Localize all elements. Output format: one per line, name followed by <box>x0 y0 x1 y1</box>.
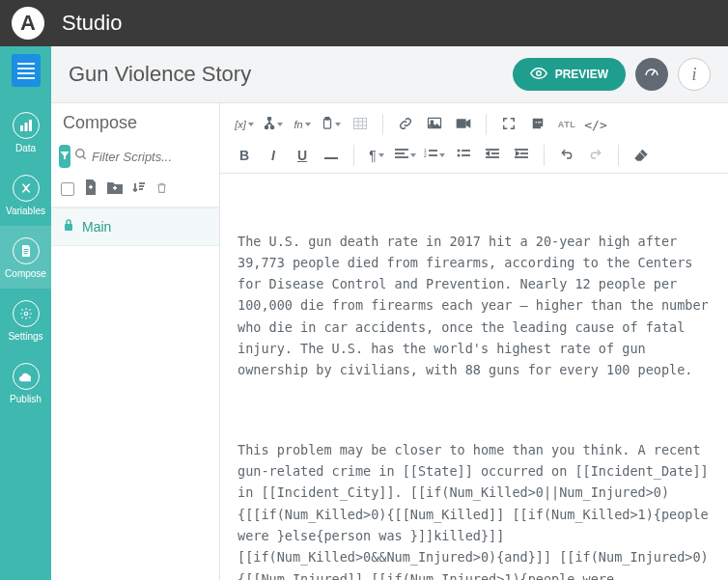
svg-text:2: 2 <box>424 152 427 158</box>
page-title: Gun Violence Story <box>69 62 251 87</box>
svg-rect-32 <box>457 119 466 127</box>
outdent-button[interactable] <box>478 142 507 169</box>
hr-button[interactable] <box>317 142 346 169</box>
select-all-checkbox[interactable] <box>61 182 74 196</box>
editor-body[interactable]: The U.S. gun death rate in 2017 hit a 20… <box>220 174 728 580</box>
svg-point-9 <box>76 150 84 157</box>
script-item-main[interactable]: Main <box>51 207 219 246</box>
align-button[interactable] <box>391 142 420 169</box>
script-name: Main <box>82 219 111 235</box>
editor-paragraph: This problem may be closer to home than … <box>238 439 711 580</box>
insert-function-button[interactable]: fn <box>288 111 317 138</box>
info-button[interactable]: i <box>678 58 711 91</box>
folder-plus-icon <box>107 180 123 198</box>
svg-rect-12 <box>90 185 92 189</box>
code-button[interactable]: </> <box>581 111 610 138</box>
cloud-icon <box>13 363 40 390</box>
redo-icon <box>588 148 603 164</box>
preview-label: PREVIEW <box>555 68 608 81</box>
svg-point-45 <box>458 154 461 157</box>
insert-clipboard-button[interactable] <box>317 111 346 138</box>
app-logo: A <box>12 7 44 40</box>
undo-icon <box>559 148 574 164</box>
sheet-icon <box>12 54 41 87</box>
video-button[interactable] <box>449 111 478 138</box>
insert-branch-button[interactable] <box>259 111 288 138</box>
redo-button[interactable] <box>581 142 610 169</box>
sort-button[interactable] <box>132 180 146 198</box>
sidebar-item-label: Settings <box>8 331 42 342</box>
funnel-icon <box>59 148 70 165</box>
fullscreen-button[interactable] <box>494 111 523 138</box>
trash-icon <box>155 180 168 199</box>
video-icon <box>456 117 471 132</box>
link-button[interactable] <box>391 111 420 138</box>
preview-button[interactable]: PREVIEW <box>513 58 626 91</box>
svg-rect-24 <box>325 117 329 120</box>
editor-paragraph: The U.S. gun death rate in 2017 hit a 20… <box>238 231 711 381</box>
svg-rect-19 <box>65 224 72 231</box>
eye-icon <box>530 68 547 82</box>
insert-variable-button[interactable]: [x] <box>230 111 259 138</box>
svg-rect-1 <box>24 123 27 131</box>
page-header: Gun Violence Story PREVIEW i <box>51 46 728 103</box>
table-icon <box>353 117 367 132</box>
paragraph-button[interactable]: ¶ <box>362 142 391 169</box>
svg-rect-4 <box>23 251 28 252</box>
info-icon: i <box>691 65 696 85</box>
insert-table-button[interactable] <box>346 111 375 138</box>
sidebar-item-label: Compose <box>5 268 46 279</box>
sidebar-item-variables[interactable]: Variables <box>0 163 51 226</box>
add-folder-button[interactable] <box>107 180 123 198</box>
gauge-button[interactable] <box>635 58 668 91</box>
svg-rect-34 <box>538 122 542 123</box>
image-button[interactable] <box>420 111 449 138</box>
left-sidebar: Data Variables Compose Settings Publish <box>0 46 51 580</box>
svg-point-7 <box>536 70 541 75</box>
undo-button[interactable] <box>552 142 581 169</box>
app-name: Studio <box>62 11 122 36</box>
bold-button[interactable]: B <box>230 142 259 169</box>
minus-icon <box>324 148 338 163</box>
indent-button[interactable] <box>507 142 536 169</box>
link-icon <box>398 117 413 133</box>
branch-icon <box>264 117 275 133</box>
script-list: Main <box>51 207 219 246</box>
sidebar-item-settings[interactable]: Settings <box>0 289 51 351</box>
ordered-list-button[interactable]: 12 <box>420 142 449 169</box>
sidebar-item-compose[interactable]: Compose <box>0 226 51 289</box>
outdent-icon <box>486 148 499 163</box>
atl-button[interactable]: ATL <box>552 111 581 138</box>
svg-rect-14 <box>114 186 116 190</box>
italic-button[interactable]: I <box>259 142 288 169</box>
sidebar-item-data[interactable]: Data <box>0 100 51 163</box>
filter-button[interactable] <box>59 145 70 168</box>
editor-toolbar: [x] fn <box>220 103 728 174</box>
list-ol-icon: 12 <box>424 148 437 163</box>
eraser-icon <box>633 148 649 164</box>
underline-button[interactable]: U <box>288 142 317 169</box>
sidebar-item-sheet[interactable] <box>0 46 51 100</box>
svg-point-43 <box>458 150 461 152</box>
note-button[interactable] <box>523 111 552 138</box>
top-bar: A Studio <box>0 0 728 46</box>
doc-icon <box>13 237 40 264</box>
clipboard-icon <box>322 117 333 133</box>
lock-icon <box>63 218 74 235</box>
svg-line-8 <box>652 71 655 76</box>
align-icon <box>395 148 408 163</box>
svg-rect-5 <box>23 253 27 254</box>
note-icon <box>531 117 545 133</box>
add-file-button[interactable] <box>84 180 98 199</box>
unordered-list-button[interactable] <box>449 142 478 169</box>
svg-rect-0 <box>20 125 23 131</box>
eraser-button[interactable] <box>627 142 656 169</box>
delete-button[interactable] <box>155 180 168 199</box>
sidebar-item-publish[interactable]: Publish <box>0 351 51 414</box>
svg-rect-3 <box>23 249 28 250</box>
indent-icon <box>515 148 528 163</box>
list-ul-icon <box>457 148 470 163</box>
sidebar-item-label: Variables <box>6 206 45 216</box>
svg-point-6 <box>24 312 28 316</box>
gear-icon <box>13 300 40 327</box>
